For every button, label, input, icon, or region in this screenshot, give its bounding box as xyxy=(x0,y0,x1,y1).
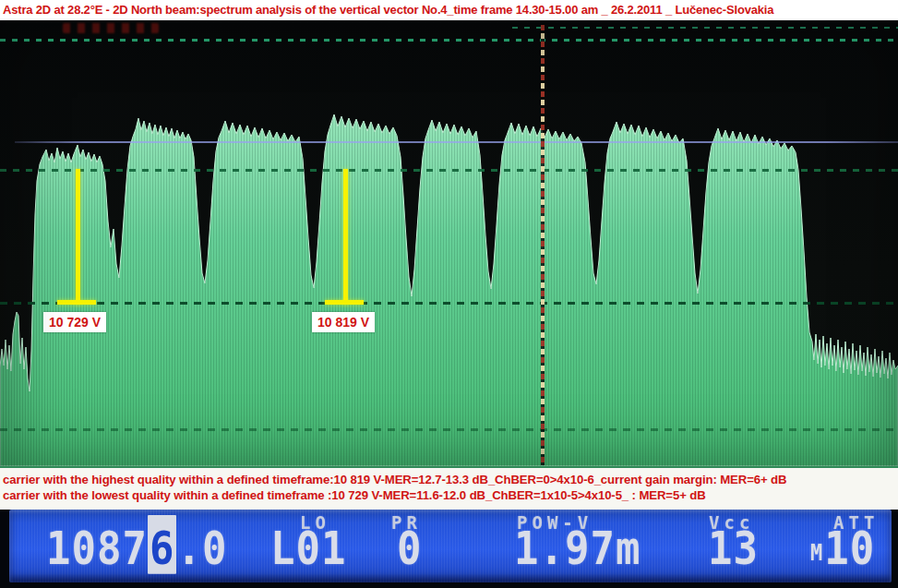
pow-v-value: 1.97m xyxy=(514,522,641,575)
spectrum-trace xyxy=(0,20,898,466)
lo-value: L01 xyxy=(270,522,346,575)
screen-artifact xyxy=(63,23,159,33)
annotation-line-lowest: carrier with the lowest quality within a… xyxy=(0,487,898,503)
selected-digit[interactable]: 6 xyxy=(148,515,177,574)
att-value: M10 xyxy=(810,522,875,575)
frequency-value[interactable]: 10876.0 xyxy=(46,522,227,575)
att-mode-prefix: M xyxy=(810,540,822,566)
lcd-display: LO PR POW-V Vcc ATT 10876.0 L01 0 1.97m … xyxy=(9,510,892,582)
annotation-line-highest: carrier with the highest quality within … xyxy=(0,472,898,487)
spectrum-display: 10 729 V 10 819 V xyxy=(0,20,898,466)
center-frequency-line xyxy=(541,25,545,465)
annotation-panel: carrier with the highest quality within … xyxy=(0,466,898,510)
att-number: 10 xyxy=(824,522,875,574)
title-bar: Astra 2D at 28.2°E - 2D North beam:spect… xyxy=(0,0,898,20)
analyzer-screen: Astra 2D at 28.2°E - 2D North beam:spect… xyxy=(0,0,898,588)
marker-label: 10 819 V xyxy=(312,312,375,332)
spectrum-texture xyxy=(0,114,898,466)
frequency-decimals: .0 xyxy=(176,522,227,574)
marker-tick-icon xyxy=(325,300,364,305)
frequency-digits: 1087 xyxy=(46,522,148,574)
pr-value: 0 xyxy=(397,522,423,575)
marker-line-icon xyxy=(76,169,80,305)
page-title: Astra 2D at 28.2°E - 2D North beam:spect… xyxy=(0,0,898,20)
meter-panel: LO PR POW-V Vcc ATT 10876.0 L01 0 1.97m … xyxy=(0,510,898,588)
marker-tick-icon xyxy=(57,300,96,305)
marker-line-icon xyxy=(343,169,348,305)
vcc-value: 13 xyxy=(708,522,759,575)
marker-label: 10 729 V xyxy=(43,312,106,332)
